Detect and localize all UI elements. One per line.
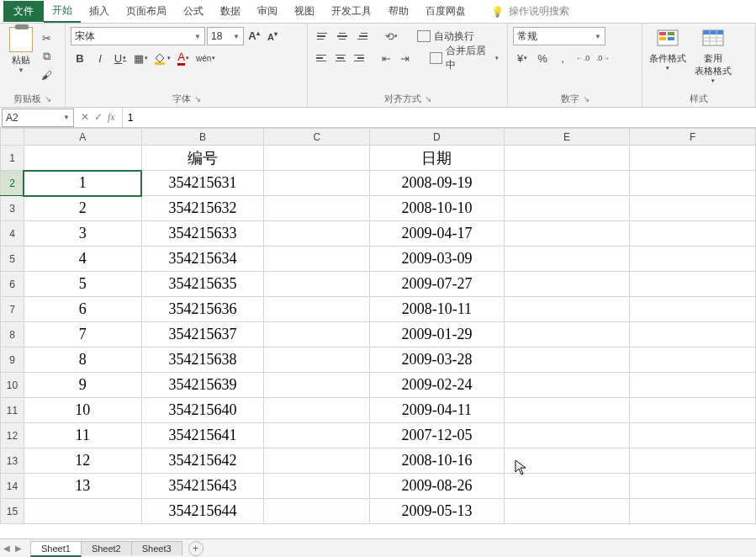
cell[interactable]: 编号	[141, 146, 264, 171]
align-middle-button[interactable]	[333, 27, 352, 45]
cell[interactable]	[630, 398, 756, 423]
cell[interactable]	[264, 499, 370, 524]
cell[interactable]: 2008-10-10	[370, 196, 505, 221]
row-header[interactable]: 3	[1, 196, 24, 221]
bold-button[interactable]: B	[71, 49, 89, 67]
cell[interactable]: 2009-08-26	[370, 474, 505, 499]
cell[interactable]: 354215644	[141, 499, 264, 524]
cell[interactable]	[264, 373, 370, 398]
cell[interactable]: 1	[24, 171, 141, 196]
cell[interactable]	[504, 347, 630, 373]
cell[interactable]: 2009-03-09	[370, 247, 505, 272]
cell[interactable]: 日期	[370, 146, 505, 171]
formula-input[interactable]	[122, 109, 756, 127]
menu-view[interactable]: 视图	[286, 1, 323, 22]
comma-button[interactable]: ,	[553, 49, 572, 67]
cell[interactable]: 2009-05-13	[370, 499, 505, 524]
menu-help[interactable]: 帮助	[380, 1, 417, 22]
cell[interactable]	[630, 196, 756, 221]
align-right-button[interactable]	[351, 49, 367, 67]
row-header[interactable]: 8	[1, 322, 24, 347]
sheet-tab[interactable]: Sheet2	[81, 541, 132, 555]
underline-button[interactable]: U▾	[111, 49, 130, 67]
decrease-indent-button[interactable]: ⇤	[378, 49, 394, 67]
format-as-table-button[interactable]: 套用 表格格式 ▾	[693, 27, 733, 84]
cell[interactable]	[24, 499, 141, 524]
menu-formula[interactable]: 公式	[175, 1, 212, 22]
cell[interactable]	[504, 474, 630, 499]
cell[interactable]: 354215640	[141, 398, 264, 423]
cell[interactable]	[630, 499, 756, 524]
cell[interactable]: 2	[24, 196, 141, 221]
menu-home[interactable]: 开始	[44, 0, 81, 23]
cell[interactable]	[264, 171, 370, 196]
cell[interactable]	[504, 423, 630, 448]
cell[interactable]: 2009-01-29	[370, 322, 505, 347]
cell[interactable]: 8	[24, 347, 141, 373]
grow-font-button[interactable]: A▴	[246, 27, 262, 45]
cell[interactable]: 10	[24, 398, 141, 423]
cell[interactable]: 2008-10-11	[370, 297, 505, 322]
cell[interactable]: 354215635	[141, 272, 264, 297]
align-center-button[interactable]	[331, 49, 348, 67]
cell[interactable]	[504, 171, 630, 196]
menu-data[interactable]: 数据	[212, 1, 249, 22]
fx-button[interactable]: fx	[108, 111, 115, 124]
border-button[interactable]: ▦▾	[131, 49, 150, 67]
row-header[interactable]: 1	[1, 146, 24, 171]
cell[interactable]	[630, 247, 756, 272]
align-launcher-icon[interactable]: ↘	[425, 94, 431, 103]
cell[interactable]	[264, 448, 370, 474]
cut-button[interactable]: ✂	[39, 30, 54, 45]
row-header[interactable]: 12	[1, 423, 24, 448]
cell[interactable]: 2007-12-05	[370, 423, 505, 448]
font-size-select[interactable]: 18 ▼	[207, 27, 244, 45]
cell[interactable]: 13	[24, 474, 141, 499]
cell[interactable]: 2009-02-24	[370, 373, 505, 398]
col-header-C[interactable]: C	[264, 129, 370, 146]
menu-review[interactable]: 审阅	[249, 1, 286, 22]
cell[interactable]: 354215637	[141, 322, 264, 347]
cell[interactable]	[264, 474, 370, 499]
cell[interactable]	[630, 322, 756, 347]
cell[interactable]	[264, 146, 370, 171]
decrease-decimal-button[interactable]: .0→	[594, 49, 612, 67]
row-header[interactable]: 15	[1, 499, 24, 524]
orientation-button[interactable]: ⟲▾	[382, 27, 400, 45]
cell[interactable]: 354215641	[141, 423, 264, 448]
name-box[interactable]: A2 ▼	[2, 109, 74, 127]
row-header[interactable]: 4	[1, 221, 24, 247]
percent-button[interactable]: %	[533, 49, 552, 67]
row-header[interactable]: 14	[1, 474, 24, 499]
cell[interactable]: 354215634	[141, 247, 264, 272]
row-header[interactable]: 13	[1, 448, 24, 474]
cell[interactable]	[504, 398, 630, 423]
cell[interactable]	[24, 146, 141, 171]
cell[interactable]	[504, 272, 630, 297]
cell[interactable]: 2008-09-19	[370, 171, 505, 196]
row-header[interactable]: 7	[1, 297, 24, 322]
col-header-D[interactable]: D	[370, 129, 505, 146]
cell[interactable]: 2008-10-16	[370, 448, 505, 474]
conditional-format-button[interactable]: 条件格式 ▾	[648, 27, 688, 84]
cell[interactable]: 2009-04-17	[370, 221, 505, 247]
align-left-button[interactable]	[313, 49, 330, 67]
enter-formula-button[interactable]: ✓	[94, 111, 103, 124]
cell[interactable]: 354215631	[141, 171, 264, 196]
cell[interactable]: 4	[24, 247, 141, 272]
sheet-nav-prev[interactable]: ◀	[3, 544, 10, 553]
increase-decimal-button[interactable]: ←.0	[574, 49, 592, 67]
clipboard-launcher-icon[interactable]: ↘	[45, 94, 51, 103]
font-launcher-icon[interactable]: ↘	[194, 94, 201, 103]
select-all-corner[interactable]	[1, 129, 24, 146]
row-header[interactable]: 10	[1, 373, 24, 398]
cell[interactable]	[264, 423, 370, 448]
font-color-button[interactable]: A▾	[174, 49, 193, 67]
number-format-select[interactable]: 常规 ▼	[513, 27, 605, 45]
cell[interactable]	[630, 474, 756, 499]
cell[interactable]	[504, 146, 630, 171]
cell[interactable]: 11	[24, 423, 141, 448]
cell[interactable]: 354215632	[141, 196, 264, 221]
cell[interactable]	[264, 322, 370, 347]
col-header-F[interactable]: F	[630, 129, 756, 146]
